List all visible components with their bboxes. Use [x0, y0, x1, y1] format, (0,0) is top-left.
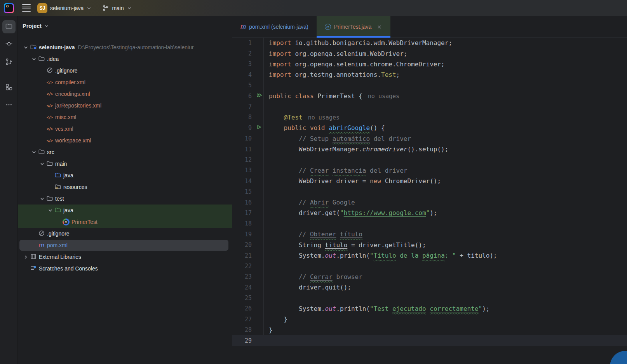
code-line-1[interactable]: 1import io.github.bonigarcia.wdm.WebDriv… — [232, 38, 627, 48]
chevron-right-icon[interactable] — [22, 254, 30, 260]
tree-item-java[interactable]: java — [18, 205, 232, 216]
line-number[interactable]: 16 — [232, 199, 254, 206]
line-number[interactable]: 15 — [232, 188, 254, 195]
line-number[interactable]: 9 — [232, 125, 254, 132]
tree-item-jarrepositories-xml[interactable]: </>jarRepositories.xml — [18, 100, 232, 111]
line-number[interactable]: 29 — [232, 337, 254, 344]
line-number[interactable]: 12 — [232, 156, 254, 163]
code-line-8[interactable]: 8 @Testno usages — [232, 112, 627, 123]
branch-widget[interactable]: main — [102, 4, 132, 12]
code-line-3[interactable]: 3import org.openqa.selenium.chrome.Chrom… — [232, 59, 627, 69]
code-editor[interactable]: 1import io.github.bonigarcia.wdm.WebDriv… — [232, 38, 627, 364]
tree-item-primertest[interactable]: CPrimerTest — [18, 216, 232, 228]
project-view-selector[interactable]: Project — [18, 16, 232, 36]
chevron-down-icon[interactable] — [38, 196, 46, 202]
line-number[interactable]: 18 — [232, 220, 254, 227]
line-number[interactable]: 5 — [232, 82, 254, 89]
tree-item-gitignore[interactable]: .gitignore — [18, 65, 232, 76]
tree-item-java[interactable]: java — [18, 170, 232, 181]
line-number[interactable]: 3 — [232, 61, 254, 68]
line-number[interactable]: 10 — [232, 135, 254, 142]
code-line-20[interactable]: 20 String titulo = driver.getTitle(); — [232, 239, 627, 250]
tree-item-external-libraries[interactable]: External Libraries — [18, 251, 232, 263]
code-line-26[interactable]: 26 System.out.println("Test ejecutado co… — [232, 303, 627, 314]
tree-item-workspace-xml[interactable]: </>workspace.xml — [18, 135, 232, 146]
code-line-10[interactable]: 10 // Setup automático del driver — [232, 133, 627, 144]
code-line-29[interactable]: 29 — [232, 335, 627, 346]
run-class-icon[interactable] — [254, 92, 264, 100]
line-number[interactable]: 25 — [232, 295, 254, 302]
code-line-13[interactable]: 13 // Crear instancia del driver — [232, 165, 627, 176]
code-line-7[interactable]: 7 — [232, 101, 627, 112]
tree-item-compiler-xml[interactable]: </>compiler.xml — [18, 76, 232, 88]
line-number[interactable]: 7 — [232, 103, 254, 110]
line-number[interactable]: 23 — [232, 273, 254, 280]
tree-item-gitignore[interactable]: .gitignore — [18, 228, 232, 239]
code-line-15[interactable]: 15 — [232, 186, 627, 197]
stripe-item-project[interactable] — [2, 20, 16, 33]
tree-item-resources[interactable]: resources — [18, 181, 232, 193]
line-number[interactable]: 14 — [232, 178, 254, 185]
code-line-16[interactable]: 16 // Abrir Google — [232, 197, 627, 208]
code-line-23[interactable]: 23 // Cerrar browser — [232, 272, 627, 282]
stripe-item-more[interactable] — [2, 99, 16, 112]
code-line-9[interactable]: 9 public void abrirGoogle() { — [232, 123, 627, 133]
code-line-19[interactable]: 19 // Obtener título — [232, 229, 627, 239]
tree-item-test[interactable]: test — [18, 193, 232, 205]
code-line-5[interactable]: 5 — [232, 80, 627, 91]
code-line-12[interactable]: 12 — [232, 154, 627, 165]
line-number[interactable]: 20 — [232, 241, 254, 248]
run-method-icon[interactable] — [254, 124, 264, 132]
project-widget[interactable]: SJ selenium-java — [37, 3, 92, 13]
main-menu-button[interactable] — [22, 4, 31, 12]
line-number[interactable]: 6 — [232, 93, 254, 100]
code-line-21[interactable]: 21 System.out.println("Título de la pági… — [232, 250, 627, 261]
chevron-down-icon[interactable] — [47, 208, 54, 213]
line-number[interactable]: 27 — [232, 316, 254, 323]
tree-item-pom-xml[interactable]: mpom.xml — [18, 239, 232, 251]
stripe-item-commit[interactable] — [2, 38, 16, 51]
line-number[interactable]: 22 — [232, 263, 254, 270]
tab-pom-xml-selenium-java[interactable]: mpom.xml (selenium-java) — [232, 16, 317, 37]
code-line-27[interactable]: 27 } — [232, 314, 627, 324]
close-icon[interactable] — [376, 24, 382, 30]
line-number[interactable]: 26 — [232, 305, 254, 312]
tree-item-vcs-xml[interactable]: </>vcs.xml — [18, 123, 232, 135]
code-line-4[interactable]: 4import org.testng.annotations.Test; — [232, 69, 627, 80]
tree-item-src[interactable]: src — [18, 146, 232, 158]
line-number[interactable]: 11 — [232, 146, 254, 153]
stripe-item-structure[interactable] — [2, 81, 16, 94]
line-number[interactable]: 24 — [232, 284, 254, 291]
code-line-18[interactable]: 18 — [232, 218, 627, 229]
chevron-down-icon[interactable] — [22, 45, 30, 50]
line-number[interactable]: 8 — [232, 114, 254, 121]
tree-item-scratches-and-consoles[interactable]: Scratches and Consoles — [18, 263, 232, 274]
code-line-14[interactable]: 14 WebDriver driver = new ChromeDriver()… — [232, 176, 627, 186]
line-number[interactable]: 17 — [232, 210, 254, 217]
line-number[interactable]: 19 — [232, 231, 254, 238]
line-number[interactable]: 1 — [232, 40, 254, 47]
tree-item-misc-xml[interactable]: </>misc.xml — [18, 111, 232, 123]
line-number[interactable]: 4 — [232, 71, 254, 78]
tab-primertest-java[interactable]: CPrimerTest.java — [317, 16, 390, 37]
code-line-17[interactable]: 17 driver.get("https://www.google.com"); — [232, 208, 627, 218]
tree-item-selenium-java[interactable]: selenium-javaD:\Proyectos\Testing\qa-aut… — [18, 42, 232, 53]
stripe-item-pull-requests[interactable] — [2, 56, 16, 69]
chevron-down-icon[interactable] — [38, 161, 46, 167]
line-number[interactable]: 2 — [232, 50, 254, 57]
code-line-11[interactable]: 11 WebDriverManager.chromedriver().setup… — [232, 144, 627, 154]
code-line-6[interactable]: 6public class PrimerTest {no usages — [232, 91, 627, 101]
code-line-25[interactable]: 25 — [232, 293, 627, 303]
code-line-2[interactable]: 2import org.openqa.selenium.WebDriver; — [232, 48, 627, 59]
code-line-22[interactable]: 22 — [232, 261, 627, 271]
tree-item-idea[interactable]: .idea — [18, 53, 232, 65]
tree-item-main[interactable]: main — [18, 158, 232, 170]
line-number[interactable]: 21 — [232, 252, 254, 259]
line-number[interactable]: 28 — [232, 326, 254, 333]
intellij-logo[interactable]: IJ — [4, 3, 14, 13]
chevron-down-icon[interactable] — [30, 149, 38, 155]
code-line-28[interactable]: 28} — [232, 325, 627, 335]
chevron-down-icon[interactable] — [30, 56, 38, 62]
code-line-24[interactable]: 24 driver.quit(); — [232, 282, 627, 293]
line-number[interactable]: 13 — [232, 167, 254, 174]
